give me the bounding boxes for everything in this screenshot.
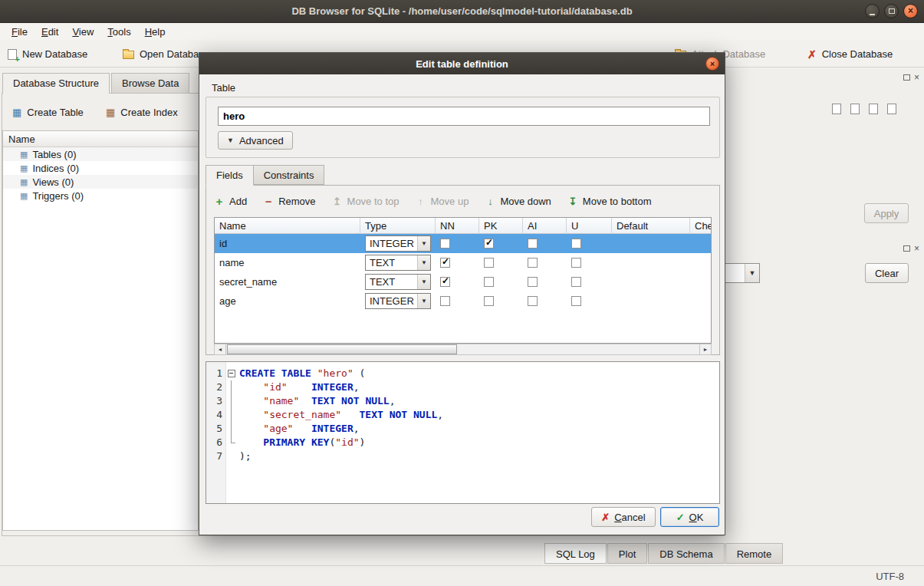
ai-checkbox[interactable]: [528, 258, 538, 268]
bottom-tab-sql-log[interactable]: SQL Log: [544, 543, 607, 564]
close-database-button[interactable]: ✗ Close Database: [807, 45, 893, 63]
pk-checkbox[interactable]: [484, 277, 494, 287]
dialog-tab-constraints[interactable]: Constraints: [253, 165, 325, 185]
bottom-tab-plot[interactable]: Plot: [607, 543, 647, 564]
cell-null-button[interactable]: [865, 100, 882, 117]
apply-button[interactable]: Apply: [864, 203, 909, 223]
dialog-close-button[interactable]: ×: [705, 57, 719, 71]
pk-checkbox[interactable]: [484, 239, 494, 249]
bottom-tab-remote[interactable]: Remote: [725, 543, 784, 564]
dialog-tab-bar: FieldsConstraints: [206, 165, 324, 186]
sql-token: "age": [263, 423, 293, 434]
field-row[interactable]: secret_nameTEXT▼: [215, 272, 711, 291]
column-header-u[interactable]: U: [567, 218, 612, 234]
tree-header-name[interactable]: Name: [3, 131, 198, 147]
field-row[interactable]: ageINTEGER▼: [215, 291, 711, 311]
table-group-label: Table: [212, 82, 235, 94]
minimize-button[interactable]: [865, 4, 880, 18]
move-bottom-button[interactable]: ↧Move to bottom: [567, 196, 652, 207]
scroll-right-arrow-icon[interactable]: ►: [699, 344, 711, 354]
u-checkbox[interactable]: [571, 277, 581, 287]
field-row[interactable]: idINTEGER▼: [215, 234, 711, 253]
column-header-ai[interactable]: AI: [523, 218, 567, 234]
column-header-name[interactable]: Name: [215, 218, 360, 234]
dock-float-icon[interactable]: [903, 245, 910, 252]
tree-item-tables[interactable]: ▦Tables (0): [3, 147, 198, 161]
column-header-default[interactable]: Default: [612, 218, 690, 234]
cancel-button[interactable]: ✗ Cancel: [591, 507, 656, 527]
fold-marker[interactable]: [226, 367, 237, 380]
chevron-down-icon: ▼: [417, 255, 430, 270]
column-header-nn[interactable]: NN: [436, 218, 479, 234]
column-header-pk[interactable]: PK: [479, 218, 523, 234]
tab-browse-data[interactable]: Browse Data: [111, 73, 189, 93]
grid-horizontal-scrollbar[interactable]: ◄ ►: [214, 344, 712, 355]
menu-item-tools[interactable]: Tools: [100, 25, 137, 39]
tab-database-structure[interactable]: Database Structure: [2, 73, 110, 94]
column-header-check[interactable]: Check: [690, 218, 712, 234]
move-up-icon: ↑: [416, 196, 426, 207]
table-name-input[interactable]: [218, 107, 710, 126]
ai-checkbox[interactable]: [528, 277, 538, 287]
menu-item-view[interactable]: View: [65, 25, 100, 39]
cell-print-button[interactable]: [883, 100, 900, 117]
type-combobox[interactable]: INTEGER▼: [365, 235, 431, 252]
pk-checkbox[interactable]: [484, 296, 494, 306]
u-checkbox[interactable]: [571, 296, 581, 306]
nn-checkbox[interactable]: [440, 258, 450, 268]
new-database-button[interactable]: + New Database: [8, 45, 87, 63]
type-value: INTEGER: [370, 238, 414, 249]
maximize-button[interactable]: [884, 4, 899, 18]
pk-checkbox[interactable]: [484, 258, 494, 268]
type-combobox[interactable]: TEXT▼: [365, 274, 431, 290]
bottom-tab-db-schema[interactable]: DB Schema: [648, 543, 724, 564]
move-down-button[interactable]: ↓Move down: [485, 196, 551, 207]
ai-checkbox[interactable]: [528, 239, 538, 249]
remove-button[interactable]: −Remove: [263, 195, 315, 208]
sql-token: [299, 395, 311, 407]
close-window-button[interactable]: ×: [903, 4, 918, 18]
create-index-label: Create Index: [120, 107, 177, 118]
tree-item-views[interactable]: ▦Views (0): [3, 175, 198, 189]
advanced-toggle-button[interactable]: ▼ Advanced: [218, 131, 293, 150]
ai-checkbox[interactable]: [528, 296, 538, 306]
tree-item-triggers[interactable]: ▦Triggers (0): [3, 189, 198, 202]
menu-item-help[interactable]: Help: [138, 25, 173, 39]
clear-button[interactable]: Clear: [865, 263, 909, 283]
add-icon: +: [214, 195, 225, 208]
nn-checkbox[interactable]: [440, 296, 450, 306]
dock-close-icon[interactable]: ×: [914, 245, 919, 252]
open-database-button[interactable]: Open Database: [123, 45, 209, 63]
schema-tree[interactable]: Name ▦Tables (0)▦Indices (0)▦Views (0)▦T…: [2, 130, 199, 531]
close-database-label: Close Database: [822, 48, 893, 60]
type-combobox[interactable]: TEXT▼: [365, 255, 431, 271]
nn-checkbox[interactable]: [440, 277, 450, 287]
create-index-button[interactable]: ▦ Create Index: [101, 102, 182, 122]
ok-button[interactable]: ✓ OK: [660, 507, 719, 527]
close-icon: ×: [904, 5, 917, 18]
column-header-type[interactable]: Type: [360, 218, 436, 234]
dock-close-icon[interactable]: ×: [914, 74, 919, 81]
cell-import-button[interactable]: [828, 100, 845, 117]
u-checkbox[interactable]: [571, 239, 581, 249]
menu-item-edit[interactable]: Edit: [35, 25, 65, 39]
add-button[interactable]: +Add: [214, 195, 247, 208]
nn-checkbox[interactable]: [440, 239, 450, 249]
scroll-left-arrow-icon[interactable]: ◄: [215, 344, 226, 354]
menu-item-file[interactable]: File: [5, 25, 35, 39]
type-combobox[interactable]: INTEGER▼: [365, 293, 431, 309]
dialog-tab-fields[interactable]: Fields: [206, 165, 254, 186]
sql-editor[interactable]: CREATE TABLE "hero" ( "id" INTEGER, "nam…: [237, 362, 719, 503]
cell-export-button[interactable]: [847, 100, 863, 117]
scrollbar-thumb[interactable]: [227, 344, 457, 354]
field-row[interactable]: nameTEXT▼: [215, 253, 711, 272]
dock-float-icon[interactable]: [903, 74, 910, 81]
sql-log-dock-controls: ×: [903, 245, 919, 252]
tree-item-indices[interactable]: ▦Indices (0): [3, 161, 198, 175]
fields-grid: NameTypeNNPKAIUDefaultCheck idINTEGER▼na…: [214, 217, 712, 344]
dialog-titlebar[interactable]: Edit table definition ×: [199, 53, 725, 74]
create-table-button[interactable]: ▦ Create Table: [8, 102, 88, 122]
u-cell: [567, 291, 612, 311]
u-checkbox[interactable]: [571, 258, 581, 268]
encoding-indicator[interactable]: UTF-8: [876, 571, 904, 582]
